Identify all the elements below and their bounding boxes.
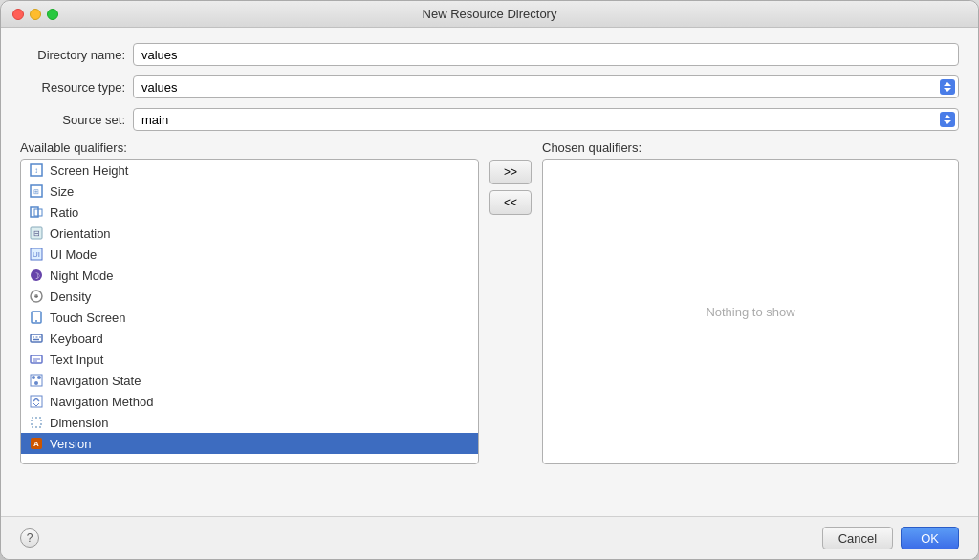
add-qualifier-button[interactable]: >> — [490, 160, 532, 184]
ok-button[interactable]: OK — [901, 527, 959, 549]
screen-height-icon: ↕ — [29, 162, 44, 178]
close-button[interactable] — [12, 9, 24, 20]
text-input-icon — [29, 352, 44, 367]
list-item-label-size: Size — [50, 184, 74, 199]
list-item-label-screen-height: Screen Height — [50, 163, 128, 178]
dialog-window: New Resource Directory Directory name: R… — [0, 0, 979, 560]
svg-text:+: + — [34, 292, 39, 301]
night-mode-icon: ☽ — [29, 268, 44, 283]
keyboard-icon — [29, 331, 44, 346]
svg-text:☽: ☽ — [33, 271, 40, 281]
directory-name-row: Directory name: — [20, 43, 959, 66]
available-qualifiers-list[interactable]: ↕Screen Height⊞SizeRatio⊟OrientationUIUI… — [20, 159, 479, 464]
list-item-label-ratio: Ratio — [50, 205, 78, 220]
list-item-ui-mode[interactable]: UIUI Mode — [21, 244, 478, 265]
chosen-qualifiers-label: Chosen qualifiers: — [542, 140, 959, 155]
resource-type-select[interactable]: values layout drawable menu — [133, 75, 959, 98]
titlebar: New Resource Directory — [1, 1, 978, 28]
list-item-text-input[interactable]: Text Input — [21, 349, 478, 370]
svg-text:↕: ↕ — [34, 166, 38, 175]
source-set-label: Source set: — [20, 113, 125, 127]
ratio-icon — [29, 205, 44, 220]
available-qualifiers-panel: Available qualifiers: ↕Screen Height⊞Siz… — [20, 140, 479, 464]
svg-rect-29 — [31, 396, 42, 407]
source-set-select[interactable]: main test androidTest — [133, 108, 959, 131]
minimize-button[interactable] — [30, 9, 41, 20]
dimension-icon — [29, 415, 44, 430]
list-item-label-text-input: Text Input — [50, 353, 103, 367]
svg-rect-17 — [31, 334, 42, 342]
list-item-orientation[interactable]: ⊟Orientation — [21, 223, 478, 244]
navigation-method-icon — [29, 394, 44, 409]
window-title: New Resource Directory — [423, 7, 557, 21]
list-item-keyboard[interactable]: Keyboard — [21, 328, 478, 349]
list-item-navigation-state[interactable]: Navigation State — [21, 370, 478, 391]
directory-name-input[interactable] — [133, 43, 959, 66]
svg-text:A: A — [33, 440, 39, 448]
ui-mode-icon: UI — [29, 247, 44, 262]
svg-text:UI: UI — [33, 250, 40, 259]
nothing-to-show-text: Nothing to show — [543, 160, 958, 463]
list-item-label-navigation-method: Navigation Method — [50, 395, 153, 409]
list-item-night-mode[interactable]: ☽Night Mode — [21, 265, 478, 286]
touch-screen-icon — [29, 310, 44, 325]
size-icon: ⊞ — [29, 183, 44, 199]
dialog-content: Directory name: Resource type: values la… — [1, 28, 978, 516]
maximize-button[interactable] — [47, 9, 58, 20]
list-item-size[interactable]: ⊞Size — [21, 181, 478, 202]
traffic-lights — [12, 9, 58, 20]
svg-text:⊞: ⊞ — [33, 188, 39, 195]
action-buttons: Cancel OK — [822, 527, 959, 549]
list-item-dimension[interactable]: Dimension — [21, 412, 478, 433]
svg-point-26 — [32, 376, 35, 379]
orientation-icon: ⊟ — [29, 226, 44, 241]
resource-type-wrapper: values layout drawable menu — [133, 75, 959, 98]
available-qualifiers-label: Available qualifiers: — [20, 140, 479, 155]
list-item-density[interactable]: +Density — [21, 286, 478, 307]
list-item-label-orientation: Orientation — [50, 226, 111, 241]
list-item-label-night-mode: Night Mode — [50, 269, 113, 283]
qualifiers-section: Available qualifiers: ↕Screen Height⊞Siz… — [20, 140, 959, 501]
transfer-buttons: >> << — [487, 140, 534, 215]
density-icon: + — [29, 289, 44, 304]
list-item-label-ui-mode: UI Mode — [50, 248, 97, 262]
navigation-state-icon — [29, 373, 44, 388]
cancel-button[interactable]: Cancel — [822, 527, 893, 549]
list-item-label-navigation-state: Navigation State — [50, 374, 141, 388]
svg-point-27 — [37, 376, 41, 379]
list-item-navigation-method[interactable]: Navigation Method — [21, 391, 478, 412]
source-set-wrapper: main test androidTest — [133, 108, 959, 131]
list-item-label-touch-screen: Touch Screen — [50, 311, 126, 325]
version-icon: A — [29, 436, 44, 451]
list-item-label-keyboard: Keyboard — [50, 332, 103, 346]
help-button[interactable]: ? — [20, 528, 39, 548]
source-set-row: Source set: main test androidTest — [20, 108, 959, 131]
chosen-qualifiers-panel: Chosen qualifiers: Nothing to show — [542, 140, 959, 464]
svg-point-28 — [34, 381, 38, 385]
list-item-screen-height[interactable]: ↕Screen Height — [21, 160, 478, 181]
list-item-label-density: Density — [50, 290, 91, 304]
resource-type-row: Resource type: values layout drawable me… — [20, 75, 959, 98]
list-item-label-version: Version — [50, 437, 91, 451]
svg-rect-30 — [32, 418, 41, 427]
list-item-label-dimension: Dimension — [50, 416, 108, 430]
list-item-ratio[interactable]: Ratio — [21, 202, 478, 223]
remove-qualifier-button[interactable]: << — [490, 190, 532, 215]
svg-text:⊟: ⊟ — [33, 229, 40, 238]
bottom-bar: ? Cancel OK — [1, 516, 978, 559]
resource-type-label: Resource type: — [20, 80, 125, 95]
list-item-touch-screen[interactable]: Touch Screen — [21, 307, 478, 328]
list-item-version[interactable]: AVersion — [21, 433, 478, 454]
chosen-qualifiers-list[interactable]: Nothing to show — [542, 159, 959, 464]
directory-name-label: Directory name: — [20, 48, 125, 62]
